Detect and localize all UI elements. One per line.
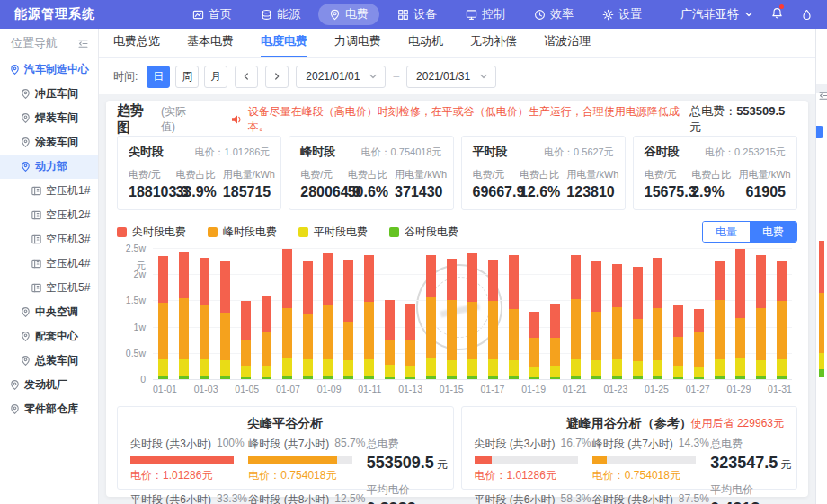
company-selector[interactable]: 广汽菲亚特 [680, 6, 753, 22]
stacked-bar[interactable] [405, 304, 415, 379]
sidebar-item[interactable]: 总装车间 [0, 349, 98, 373]
toggle-电费[interactable]: 电费 [750, 222, 796, 242]
x-axis-line [153, 379, 792, 380]
x-axis-label: 01-29 [726, 384, 751, 394]
sidebar-item[interactable]: 配套中心 [0, 324, 98, 349]
stacked-bar[interactable] [179, 252, 189, 379]
tab-谐波治理[interactable]: 谐波治理 [544, 33, 591, 57]
stacked-bar[interactable] [715, 261, 725, 379]
sidebar-item[interactable]: 动力部 [0, 155, 98, 179]
progress-percent: 85.7% [334, 437, 365, 452]
start-date-picker[interactable]: 2021/01/01 [296, 66, 386, 88]
bar-segment [488, 359, 498, 376]
sidebar-item[interactable]: 汽车制造中心 [0, 57, 98, 82]
nav-item-home[interactable]: 首页 [182, 4, 243, 25]
legend-item[interactable]: 峰时段电费 [208, 225, 277, 240]
period-price: 电价：1.01286元 [194, 146, 270, 159]
stacked-bar[interactable] [777, 261, 787, 379]
x-axis-label [381, 384, 398, 394]
sidebar-item[interactable]: 空压机5# [0, 276, 98, 300]
tab-电度电费[interactable]: 电度电费 [261, 33, 307, 57]
bar-slot [462, 248, 483, 379]
mode-button[interactable]: 周 [175, 66, 199, 88]
sidebar-item[interactable]: 空压机1# [0, 179, 98, 203]
notification-bell-button[interactable] [771, 6, 783, 22]
legend-item[interactable]: 尖时段电费 [117, 225, 186, 240]
nav-item-control[interactable]: 控制 [455, 4, 516, 25]
end-date-picker[interactable]: 2021/01/31 [406, 66, 496, 88]
stacked-bar[interactable] [694, 309, 704, 379]
sidebar-item[interactable]: 涂装车间 [0, 130, 98, 155]
sidebar-item-label: 空压机3# [46, 232, 90, 247]
stacked-bar[interactable] [200, 258, 209, 379]
bar-segment [426, 358, 436, 376]
stacked-bar[interactable] [282, 249, 292, 379]
tab-基本电费[interactable]: 基本电费 [187, 33, 234, 57]
next-period-button[interactable] [265, 66, 289, 88]
stacked-bar[interactable] [653, 258, 662, 379]
stacked-bar[interactable] [323, 253, 333, 379]
stacked-bar[interactable] [467, 253, 477, 379]
tab-无功补偿[interactable]: 无功补偿 [470, 33, 517, 57]
y-axis-tick: 0 [117, 374, 146, 385]
stacked-bar[interactable] [591, 261, 601, 379]
mode-button[interactable]: 日 [147, 66, 170, 88]
sidebar-item[interactable]: 发动机厂 [0, 373, 98, 397]
tab-电动机[interactable]: 电动机 [408, 33, 443, 57]
summary-label: 总电费 [367, 437, 440, 452]
nav-item-device[interactable]: 设备 [387, 4, 448, 25]
bar-segment [653, 308, 662, 360]
stacked-bar[interactable] [241, 301, 251, 379]
bar-slot [730, 248, 751, 379]
bar-segment [158, 376, 168, 379]
prev-period-button[interactable] [235, 66, 258, 88]
stacked-bar[interactable] [447, 259, 457, 379]
stacked-bar[interactable] [612, 264, 622, 379]
nav-item-energy[interactable]: 能源 [250, 4, 311, 25]
collapse-sidebar-icon[interactable] [77, 38, 89, 49]
sidebar-item[interactable]: 中央空调 [0, 300, 98, 324]
legend-item[interactable]: 平时段电费 [298, 225, 368, 240]
period-progress-item: 峰时段 (共7小时)14.3%电价：0.754018元 [592, 437, 696, 483]
stacked-bar[interactable] [488, 260, 498, 379]
bar-segment [385, 340, 395, 365]
stacked-bar[interactable] [633, 267, 643, 379]
bar-segment [612, 264, 622, 307]
sidebar-item[interactable]: 空压机2# [0, 203, 98, 227]
mode-button[interactable]: 月 [204, 66, 227, 88]
stacked-bar[interactable] [385, 300, 395, 379]
tab-力调电费[interactable]: 力调电费 [334, 33, 381, 57]
stacked-bar[interactable] [529, 312, 539, 379]
bar-slot [421, 248, 441, 379]
stacked-bar[interactable] [426, 255, 436, 379]
stacked-bar[interactable] [735, 249, 745, 379]
nav-item-settings[interactable]: 设置 [591, 4, 653, 25]
machine-icon [31, 282, 42, 294]
stacked-bar[interactable] [364, 255, 374, 379]
stacked-bar[interactable] [571, 255, 581, 379]
stacked-bar[interactable] [158, 256, 168, 379]
legend-item[interactable]: 谷时段电费 [389, 225, 458, 240]
stacked-bar[interactable] [756, 255, 766, 379]
stacked-bar[interactable] [303, 261, 313, 379]
analysis-summary-col: 总电费323547.5元平均电价0.4213元 [710, 437, 784, 504]
stacked-bar[interactable] [220, 261, 230, 379]
sidebar-item[interactable]: 空压机3# [0, 227, 98, 252]
stacked-bar[interactable] [673, 305, 683, 379]
toggle-电量[interactable]: 电量 [703, 222, 750, 242]
stacked-bar[interactable] [262, 296, 271, 379]
period-name: 平时段 [473, 144, 508, 160]
nav-item-efficiency[interactable]: 效率 [523, 4, 584, 25]
tab-电费总览[interactable]: 电费总览 [113, 33, 160, 57]
stacked-bar[interactable] [343, 260, 353, 379]
stacked-bar[interactable] [550, 304, 560, 379]
sidebar-item[interactable]: 冲压车间 [0, 82, 98, 106]
stacked-bar[interactable] [509, 255, 519, 379]
sidebar-item[interactable]: 空压机4# [0, 252, 98, 276]
water-drop-icon[interactable] [801, 9, 813, 21]
bar-slot [400, 248, 421, 379]
sidebar-item-label: 焊装车间 [35, 111, 78, 126]
sidebar-item[interactable]: 零件部仓库 [0, 397, 98, 421]
sidebar-item[interactable]: 焊装车间 [0, 106, 98, 130]
nav-item-fee[interactable]: 电费 [318, 4, 379, 25]
